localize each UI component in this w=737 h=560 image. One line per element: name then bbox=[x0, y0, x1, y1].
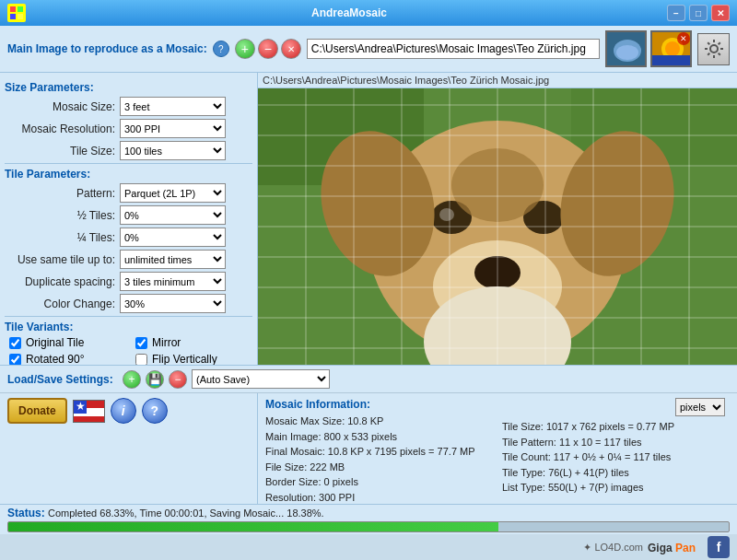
info-line-2: Main Image: 800 x 533 pixels bbox=[265, 429, 493, 445]
mosaic-info-title: Mosaic Information: bbox=[265, 398, 493, 411]
thumbnail-1[interactable] bbox=[605, 30, 647, 67]
mosaic-resolution-label: Mosaic Resolution: bbox=[5, 122, 115, 135]
minimize-button[interactable]: − bbox=[667, 5, 685, 21]
rotated90-label: Rotated 90° bbox=[26, 353, 85, 365]
svg-point-11 bbox=[710, 45, 718, 52]
load-settings-button[interactable]: + bbox=[123, 370, 141, 389]
thumbnail-close-overlay[interactable]: ✕ bbox=[677, 32, 690, 45]
close-button[interactable]: ✕ bbox=[711, 5, 730, 21]
info-line-6: Resolution: 300 PPI bbox=[265, 490, 493, 506]
color-change-label: Color Change: bbox=[5, 298, 115, 310]
mirror-label: Mirror bbox=[152, 336, 181, 349]
mosaic-info-section: Mosaic Information: Mosaic Max Size: 10.… bbox=[258, 393, 737, 504]
load-save-row: Load/Save Settings: + 💾 − (Auto Save) bbox=[0, 366, 737, 393]
svg-text:Giga: Giga bbox=[648, 542, 673, 554]
help-icon[interactable]: ? bbox=[213, 41, 229, 57]
info-line-1: Mosaic Max Size: 10.8 KP bbox=[265, 414, 493, 429]
titlebar: AndreaMosaic − □ ✕ bbox=[0, 0, 737, 26]
mosaic-path-bar: C:\Users\Andrea\Pictures\Mosaic Images\T… bbox=[258, 73, 737, 88]
save-settings-button[interactable]: 💾 bbox=[146, 370, 164, 389]
tile-variants-label: Tile Variants: bbox=[5, 321, 252, 333]
color-change-row: Color Change: 30% bbox=[5, 294, 252, 313]
delete-settings-button[interactable]: − bbox=[169, 370, 187, 389]
right-panel: C:\Users\Andrea\Pictures\Mosaic Images\T… bbox=[258, 73, 737, 365]
status-bar: Status: Completed 68.33%, Time 00:00:01,… bbox=[0, 504, 737, 534]
mosaic-resolution-select[interactable]: 300 PPI bbox=[120, 119, 226, 138]
original-tile-row: Original Tile bbox=[9, 336, 126, 349]
progress-bar-container bbox=[7, 521, 730, 532]
svg-rect-10 bbox=[652, 55, 692, 67]
filepath-input[interactable] bbox=[307, 39, 600, 59]
svg-rect-1 bbox=[18, 6, 23, 12]
half-tiles-row: ½ Tiles: 0% bbox=[5, 205, 252, 225]
tile-size-label: Tile Size: bbox=[5, 145, 115, 158]
lo4d-watermark: ✦ LO4D.com bbox=[583, 542, 643, 554]
duplicate-spacing-row: Duplicate spacing: 3 tiles minimum bbox=[5, 272, 252, 291]
mirror-checkbox[interactable] bbox=[135, 337, 147, 349]
tile-size-row: Tile Size: 100 tiles bbox=[5, 141, 252, 160]
half-tiles-select[interactable]: 0% bbox=[120, 205, 226, 225]
clear-image-button[interactable]: ✕ bbox=[281, 39, 301, 59]
size-params-label: Size Parameters: bbox=[5, 81, 252, 94]
image-action-buttons: + − ✕ bbox=[235, 39, 301, 59]
svg-rect-0 bbox=[10, 6, 16, 12]
help-button[interactable]: ? bbox=[142, 398, 168, 424]
rotated90-checkbox[interactable] bbox=[9, 354, 21, 366]
facebook-button[interactable]: f bbox=[708, 536, 730, 558]
quarter-tiles-row: ¼ Tiles: 0% bbox=[5, 228, 252, 247]
mosaic-image-area bbox=[258, 88, 737, 365]
mosaic-resolution-row: Mosaic Resolution: 300 PPI bbox=[5, 119, 252, 138]
pattern-row: Pattern: Parquet (2L 1P) bbox=[5, 183, 252, 203]
info-button[interactable]: i bbox=[111, 398, 136, 424]
svg-text:★: ★ bbox=[75, 401, 85, 413]
info-line-3: Final Mosaic: 10.8 KP x 7195 pixels = 77… bbox=[265, 444, 493, 460]
pixels-dropdown[interactable]: pixels cm inches bbox=[675, 398, 725, 416]
flip-vertically-checkbox[interactable] bbox=[135, 354, 147, 366]
donate-section: Donate ★ i ? bbox=[0, 393, 258, 504]
right-info-line-1: Tile Size: 1017 x 762 pixels = 0.77 MP bbox=[502, 419, 730, 435]
right-info-line-4: Tile Type: 76(L) + 41(P) tiles bbox=[502, 465, 730, 481]
status-text: Completed 68.33%, Time 00:00:01, Saving … bbox=[48, 508, 324, 519]
app-title: AndreaMosaic bbox=[31, 6, 667, 19]
svg-rect-2 bbox=[10, 14, 16, 19]
mosaic-size-select[interactable]: 3 feet bbox=[120, 97, 226, 116]
separator-1 bbox=[5, 163, 252, 164]
thumbnail-2[interactable]: ✕ bbox=[650, 30, 692, 67]
mosaic-image bbox=[258, 88, 737, 365]
tile-variants-grid: Original Tile Mirror Rotated 90° Flip Ve… bbox=[9, 336, 252, 365]
mosaic-size-row: Mosaic Size: 3 feet bbox=[5, 97, 252, 116]
half-tiles-label: ½ Tiles: bbox=[5, 209, 115, 222]
use-same-tile-select[interactable]: unlimited times bbox=[120, 250, 226, 269]
maximize-button[interactable]: □ bbox=[689, 5, 708, 21]
remove-image-button[interactable]: − bbox=[258, 39, 278, 59]
flag-button[interactable]: ★ bbox=[73, 400, 105, 423]
info-donate-row: Donate ★ i ? bbox=[0, 393, 737, 504]
top-bar: Main Image to reproduce as a Mosaic: ? +… bbox=[0, 26, 737, 73]
settings-button[interactable] bbox=[697, 33, 730, 65]
content-area: Size Parameters: Mosaic Size: 3 feet Mos… bbox=[0, 73, 737, 365]
mosaic-size-label: Mosaic Size: bbox=[5, 100, 115, 113]
color-change-select[interactable]: 30% bbox=[120, 294, 226, 313]
original-tile-checkbox[interactable] bbox=[9, 337, 21, 349]
svg-point-9 bbox=[665, 41, 680, 56]
autosave-select[interactable]: (Auto Save) bbox=[192, 369, 330, 389]
quarter-tiles-select[interactable]: 0% bbox=[120, 228, 226, 247]
duplicate-spacing-select[interactable]: 3 tiles minimum bbox=[120, 272, 226, 291]
main-image-label: Main Image to reproduce as a Mosaic: bbox=[7, 42, 207, 55]
info-line-4: File Size: 222 MB bbox=[265, 460, 493, 475]
mosaic-info-right: pixels cm inches Tile Size: 1017 x 762 p… bbox=[502, 398, 730, 499]
right-info-line-2: Tile Pattern: 11 x 10 = 117 tiles bbox=[502, 435, 730, 450]
add-image-button[interactable]: + bbox=[235, 39, 255, 59]
pattern-select[interactable]: Parquet (2L 1P) bbox=[120, 183, 226, 203]
svg-text:Pan: Pan bbox=[675, 542, 696, 554]
separator-2 bbox=[5, 316, 252, 317]
quarter-tiles-label: ¼ Tiles: bbox=[5, 231, 115, 244]
tile-size-select[interactable]: 100 tiles bbox=[120, 141, 226, 160]
donate-button[interactable]: Donate bbox=[7, 398, 67, 424]
flip-vertically-label: Flip Vertically bbox=[152, 353, 217, 365]
gigapan-logo: Giga Pan bbox=[648, 538, 703, 556]
action-buttons-row: Donate ★ i ? bbox=[7, 398, 250, 424]
branding-bar: ✦ LO4D.com Giga Pan f bbox=[0, 534, 737, 560]
pattern-label: Pattern: bbox=[5, 187, 115, 200]
app-icon bbox=[7, 4, 26, 22]
